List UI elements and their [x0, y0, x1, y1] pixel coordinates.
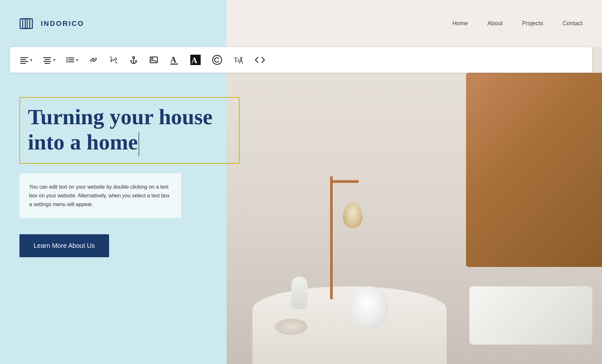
header: INDORICO Home About Projects Contact [0, 0, 602, 47]
toolbar: ▾ ▾ ▾ [10, 47, 592, 73]
font-highlight-button[interactable]: A [190, 54, 201, 66]
font-color-icon: A [169, 55, 179, 65]
text-cursor [139, 132, 139, 157]
anchor-button[interactable] [129, 55, 139, 65]
nav-item-contact[interactable]: Contact [563, 20, 583, 27]
svg-point-16 [66, 61, 68, 62]
logo-text: INDORICO [41, 19, 84, 28]
svg-line-17 [110, 57, 112, 58]
cta-button[interactable]: Learn More About Us [19, 234, 109, 257]
description-text: You can edit text on your website by dou… [29, 182, 172, 209]
lamp-arm [333, 180, 359, 183]
align-center-dropdown-arrow: ▾ [53, 57, 55, 63]
svg-rect-2 [25, 19, 32, 28]
hero-title: Turning your house into a home [28, 104, 231, 157]
anchor-icon [129, 55, 139, 65]
main-nav: Home About Projects Contact [452, 20, 583, 27]
lamp-bulb [343, 202, 362, 228]
link-icon [89, 55, 98, 65]
align-left-button[interactable]: ▾ [20, 55, 32, 64]
logo-icon [19, 17, 36, 30]
align-left-dropdown-arrow: ▾ [30, 57, 32, 63]
nav-item-projects[interactable]: Projects [522, 20, 543, 27]
copyright-icon [212, 54, 223, 65]
logo-area: INDORICO [19, 17, 84, 30]
font-highlight-icon: A [190, 54, 201, 66]
list-icon [66, 55, 75, 64]
hero-title-line2: into a home [28, 130, 138, 154]
page-wrapper: INDORICO Home About Projects Contact ▾ [0, 0, 602, 364]
svg-rect-0 [20, 19, 27, 28]
unlink-icon [109, 55, 118, 65]
svg-text:A: A [191, 56, 197, 65]
description-box[interactable]: You can edit text on your website by dou… [19, 173, 181, 218]
svg-point-14 [66, 57, 68, 59]
main-content: Turning your house into a home You can e… [0, 84, 227, 270]
image-button[interactable] [149, 55, 159, 65]
list-dropdown-arrow: ▾ [76, 57, 78, 63]
unlink-button[interactable] [109, 55, 118, 65]
nav-item-home[interactable]: Home [452, 20, 468, 27]
hero-title-line1: Turning your house [28, 105, 213, 129]
headboard [466, 73, 602, 267]
align-center-button[interactable]: ▾ [43, 55, 55, 64]
vase-tall [291, 277, 307, 309]
code-button[interactable] [254, 54, 265, 65]
vase-round [350, 286, 388, 328]
bedroom-photo [227, 47, 602, 364]
list-button[interactable]: ▾ [66, 55, 78, 64]
pebble-decoration [275, 319, 307, 335]
copyright-button[interactable] [212, 54, 223, 65]
hero-title-box[interactable]: Turning your house into a home [19, 97, 240, 164]
image-icon [149, 55, 159, 65]
svg-point-29 [213, 55, 222, 64]
align-left-icon [20, 55, 29, 64]
svg-line-18 [116, 62, 117, 63]
font-color-button[interactable]: A [169, 55, 179, 65]
align-center-icon [43, 55, 52, 64]
clear-format-icon: T x [233, 54, 244, 65]
lamp-stand [330, 176, 333, 299]
code-icon [254, 54, 265, 65]
clear-format-button[interactable]: T x [233, 54, 244, 65]
svg-text:A: A [170, 55, 176, 64]
link-button[interactable] [89, 55, 98, 65]
nav-item-about[interactable]: About [487, 20, 503, 27]
svg-point-24 [151, 58, 153, 59]
pillow [469, 286, 592, 345]
svg-point-15 [66, 59, 68, 61]
svg-rect-1 [23, 19, 30, 28]
